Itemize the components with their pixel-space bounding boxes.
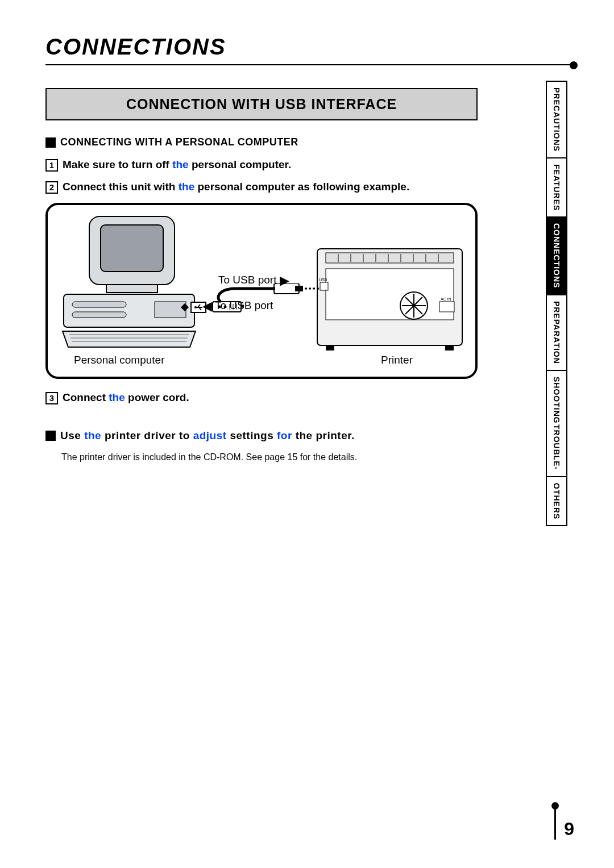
svg-rect-30 <box>320 282 328 290</box>
svg-text:USB: USB <box>319 278 327 282</box>
diagram-label-usb-right: To USB port ▶ <box>218 273 289 288</box>
usb-right-text: To USB port <box>218 274 276 286</box>
svg-rect-28 <box>439 302 454 312</box>
svg-text:AC IN: AC IN <box>441 297 451 301</box>
svg-rect-4 <box>72 302 126 307</box>
svg-rect-22 <box>326 269 454 320</box>
section-heading: CONNECTION WITH USB INTERFACE <box>56 96 467 112</box>
step-number-icon: 1 <box>45 159 58 172</box>
step-1-blue: the <box>172 158 189 170</box>
subheading-row: CONNECTING WITH A PERSONAL COMPUTER <box>45 136 478 148</box>
step-1-post: personal computer. <box>189 158 292 170</box>
square-bullet-icon <box>45 137 56 148</box>
arrow-right-icon: ▶ <box>280 273 289 287</box>
page-title: CONNECTIONS <box>45 34 574 60</box>
page-number: 9 <box>564 819 574 840</box>
tab-ts-line1: TROUBLE- <box>553 424 561 470</box>
tab-ts-line2: SHOOTING <box>553 377 561 424</box>
diagram-label-pc: Personal computer <box>74 354 164 366</box>
step-2-text: Connect this unit with the personal comp… <box>63 181 409 193</box>
drv-pre1: Use <box>60 429 84 441</box>
tab-others[interactable]: OTHERS <box>546 477 567 526</box>
section-tabs: PRECAUTIONS FEATURES CONNECTIONS PREPARA… <box>546 81 574 526</box>
step-1: 1 Make sure to turn off the personal com… <box>45 158 478 172</box>
svg-rect-2 <box>106 285 157 293</box>
diagram-label-usb-left: ◀ To USB port <box>202 299 273 314</box>
driver-heading: Use the printer driver to adjust setting… <box>60 429 355 442</box>
connection-diagram: AC IN USB <box>45 203 478 379</box>
tab-connections[interactable]: CONNECTIONS <box>546 218 567 295</box>
drv-m1: printer driver to <box>101 429 193 441</box>
step-2-pre: Connect this unit with <box>63 181 179 193</box>
step-3-blue: the <box>109 391 125 403</box>
svg-rect-32 <box>326 345 334 350</box>
printer-icon: AC IN USB <box>314 246 465 354</box>
step-2-post: personal computer as following example. <box>194 181 409 193</box>
page-number-region: 9 <box>554 806 574 840</box>
svg-marker-7 <box>63 331 196 347</box>
usb-left-text: To USB port <box>215 299 273 311</box>
drv-post: the printer. <box>292 429 355 441</box>
drv-b3: for <box>277 429 292 441</box>
step-1-text: Make sure to turn off the personal compu… <box>63 158 291 171</box>
tab-features[interactable]: FEATURES <box>546 158 567 218</box>
svg-rect-33 <box>445 345 454 350</box>
driver-heading-row: Use the printer driver to adjust setting… <box>45 429 478 442</box>
step-number-icon: 2 <box>45 181 58 194</box>
tab-preparation[interactable]: PREPARATION <box>546 295 567 371</box>
personal-computer-icon <box>58 212 200 354</box>
title-rule <box>45 64 574 65</box>
step-number-icon: 3 <box>45 392 58 404</box>
tab-precautions[interactable]: PRECAUTIONS <box>546 81 567 158</box>
svg-rect-1 <box>101 225 163 272</box>
step-3: 3 Connect the power cord. <box>45 391 478 404</box>
content-column: CONNECTION WITH USB INTERFACE CONNECTING… <box>45 88 478 462</box>
arrow-left-icon: ◀ <box>202 299 212 313</box>
diagram-label-printer: Printer <box>381 354 413 366</box>
svg-rect-12 <box>326 253 454 263</box>
step-1-pre: Make sure to turn off <box>63 158 172 170</box>
tab-troubleshooting[interactable]: SHOOTING TROUBLE- <box>546 371 567 477</box>
drv-b1: the <box>84 429 101 441</box>
step-3-post: power cord. <box>125 391 189 403</box>
svg-rect-5 <box>72 312 126 318</box>
driver-note: The printer driver is included in the CD… <box>61 452 478 462</box>
step-2: 2 Connect this unit with the personal co… <box>45 181 478 194</box>
drv-m2: settings <box>227 429 277 441</box>
subheading-text: CONNECTING WITH A PERSONAL COMPUTER <box>60 136 298 148</box>
section-heading-box: CONNECTION WITH USB INTERFACE <box>45 88 478 120</box>
square-bullet-icon <box>45 431 56 441</box>
page-marker-icon <box>554 806 556 840</box>
svg-marker-50 <box>181 307 189 311</box>
svg-rect-35 <box>295 286 303 291</box>
step-2-blue: the <box>179 181 195 193</box>
drv-b2: adjust <box>193 429 227 441</box>
step-3-text: Connect the power cord. <box>63 391 189 404</box>
step-3-pre: Connect <box>63 391 109 403</box>
svg-marker-49 <box>181 303 189 307</box>
